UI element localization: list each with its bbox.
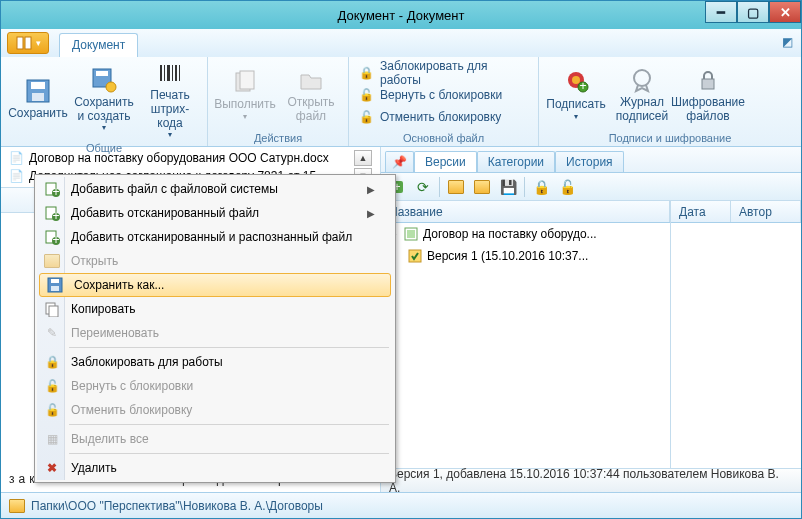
lock-icon: 🔒 <box>359 66 374 80</box>
col-name[interactable]: Название <box>381 201 670 222</box>
word-file-icon: 📄 <box>9 169 23 183</box>
col-date[interactable]: Дата <box>671 201 731 222</box>
minimize-button[interactable]: ━ <box>705 1 737 23</box>
column-headers: Название <box>381 201 670 223</box>
quick-access-button[interactable]: ▾ <box>7 32 49 54</box>
help-icon[interactable]: ◩ <box>782 35 793 49</box>
ribbon-tabstrip: ▾ Документ ◩ <box>1 29 801 57</box>
sign-button[interactable]: + Подписать▾ <box>545 59 607 130</box>
svg-rect-40 <box>49 306 58 317</box>
save-and-create-button[interactable]: Сохранить и создать▾ <box>73 59 135 140</box>
submenu-arrow-icon: ▶ <box>367 184 375 195</box>
ctx-copy[interactable]: Копировать <box>37 297 393 321</box>
scroll-up-button[interactable]: ▲ <box>354 150 372 166</box>
ctx-save-as[interactable]: Сохранить как... <box>39 273 391 297</box>
svg-rect-4 <box>32 93 44 101</box>
save-button[interactable]: Сохранить <box>7 59 69 140</box>
version-info-text: Версия 1, добавлена 15.10.2016 10:37:44 … <box>389 467 793 495</box>
tree-row[interactable]: − Договор на поставку оборудо... <box>381 223 670 245</box>
svg-text:+: + <box>52 233 59 245</box>
svg-rect-25 <box>407 230 415 238</box>
copy-icon <box>43 300 61 318</box>
encrypt-button[interactable]: Шифрование файлов <box>677 59 739 130</box>
ribbon-group-common: Сохранить Сохранить и создать▾ Печать шт… <box>1 57 208 146</box>
svg-rect-10 <box>167 65 170 81</box>
refresh-icon[interactable]: ⟳ <box>413 177 433 197</box>
tab-document[interactable]: Документ <box>59 33 138 57</box>
version-info-bar: Версия 1, добавлена 15.10.2016 10:37:44 … <box>381 468 801 492</box>
svg-rect-6 <box>96 71 108 76</box>
return-from-lock-button[interactable]: 🔓Вернуть с блокировки <box>355 84 532 106</box>
svg-text:+: + <box>579 79 586 93</box>
ctx-add-from-fs[interactable]: + Добавить файл с файловой системы▶ <box>37 177 393 201</box>
sign-log-button[interactable]: Журнал подписей <box>611 59 673 130</box>
floppy-new-icon <box>90 66 118 94</box>
folder-open-icon[interactable] <box>472 177 492 197</box>
pin-tab[interactable]: 📌 <box>385 151 414 172</box>
floppy-icon <box>24 77 52 105</box>
ctx-rename: ✎ Переименовать <box>37 321 393 345</box>
file-row[interactable]: 📄 Договор на поставку оборудования ООО С… <box>9 150 372 166</box>
svg-point-20 <box>634 70 650 86</box>
status-path: Папки\ООО "Перспектива"\Новикова В. А.\Д… <box>31 499 323 513</box>
svg-rect-3 <box>31 82 45 89</box>
ctx-delete[interactable]: ✖ Удалить <box>37 456 393 480</box>
svg-rect-21 <box>702 79 714 89</box>
pencil-icon: ✎ <box>43 324 61 342</box>
col-author[interactable]: Автор <box>731 201 801 222</box>
unlock-return-icon: 🔓 <box>359 88 374 102</box>
tree-name-pane: Название − Договор на поставку оборудо..… <box>381 201 671 468</box>
ctx-lock[interactable]: 🔒 Заблокировать для работы <box>37 350 393 374</box>
delete-icon: ✖ <box>43 459 61 477</box>
ctx-select-all: ▦ Выделить все <box>37 427 393 451</box>
context-menu: + Добавить файл с файловой системы▶ + До… <box>34 174 396 483</box>
svg-rect-38 <box>51 286 59 291</box>
tree-row[interactable]: Версия 1 (15.10.2016 10:37... <box>381 245 670 267</box>
close-button[interactable]: ✕ <box>769 1 801 23</box>
ctx-add-scanned-ocr[interactable]: + Добавить отсканированный и распознанны… <box>37 225 393 249</box>
open-folder-icon <box>43 252 61 270</box>
folder-open-icon <box>297 66 325 94</box>
add-scan-icon: + <box>43 204 61 222</box>
lock-small-icon[interactable]: 🔒 <box>531 177 551 197</box>
floppy-small-icon[interactable]: 💾 <box>498 177 518 197</box>
svg-rect-12 <box>175 65 177 81</box>
right-toolbar: + ⟳ 💾 🔒 🔓 <box>381 173 801 201</box>
folder-icon[interactable] <box>446 177 466 197</box>
unlock-icon: 🔓 <box>43 377 61 395</box>
unlock-small-icon[interactable]: 🔓 <box>557 177 577 197</box>
column-headers: Дата Автор <box>671 201 801 223</box>
ctx-cancel-lock: 🔓 Отменить блокировку <box>37 398 393 422</box>
tab-versions[interactable]: Версии <box>414 151 477 172</box>
svg-point-7 <box>106 82 116 92</box>
cancel-lock-button[interactable]: 🔓Отменить блокировку <box>355 106 532 128</box>
window-title: Документ - Документ <box>1 8 801 23</box>
svg-rect-15 <box>240 71 254 89</box>
print-barcode-button[interactable]: Печать штрих-кода▾ <box>139 59 201 140</box>
ribbon-group-sign: + Подписать▾ Журнал подписей Шифрование … <box>539 57 801 146</box>
floppy-icon <box>46 276 64 294</box>
ribbon-group-mainfile: 🔒Заблокировать для работы 🔓Вернуть с бло… <box>349 57 539 146</box>
ribbon-group-actions: Выполнить▾ Открыть файл Действия <box>208 57 349 146</box>
execute-button: Выполнить▾ <box>214 59 276 130</box>
svg-rect-13 <box>179 65 180 81</box>
open-file-button: Открыть файл <box>280 59 342 130</box>
barcode-icon <box>156 59 184 87</box>
right-column: 📌 Версии Категории История + ⟳ 💾 🔒 🔓 <box>381 147 801 492</box>
unlock-cancel-icon: 🔓 <box>359 110 374 124</box>
padlock-icon <box>694 66 722 94</box>
svg-rect-9 <box>164 65 165 81</box>
titlebar[interactable]: Документ - Документ ━ ▢ ✕ <box>1 1 801 29</box>
tab-categories[interactable]: Категории <box>477 151 555 172</box>
maximize-button[interactable]: ▢ <box>737 1 769 23</box>
rosette-icon: + <box>562 68 590 96</box>
tree-node-label: Версия 1 (15.10.2016 10:37... <box>427 249 588 263</box>
ctx-add-scanned[interactable]: + Добавить отсканированный файл▶ <box>37 201 393 225</box>
svg-rect-0 <box>17 37 23 49</box>
svg-rect-11 <box>172 65 173 81</box>
lock-for-work-button[interactable]: 🔒Заблокировать для работы <box>355 62 532 84</box>
select-all-icon: ▦ <box>43 430 61 448</box>
tree-meta-pane: Дата Автор <box>671 201 801 468</box>
word-file-icon: 📄 <box>9 151 23 165</box>
tab-history[interactable]: История <box>555 151 624 172</box>
